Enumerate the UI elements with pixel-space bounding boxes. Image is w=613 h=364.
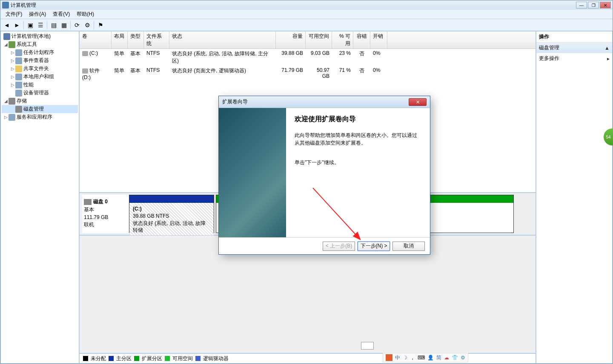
action-diskmgmt[interactable]: 磁盘管理▲: [536, 43, 612, 53]
swatch-primary: [109, 356, 114, 361]
col-free[interactable]: 可用空间: [306, 31, 332, 48]
up-button[interactable]: ▣: [26, 20, 35, 30]
menu-view[interactable]: 查看(V): [49, 10, 73, 19]
titlebar[interactable]: 计算机管理 — ❐ ✕: [0, 0, 613, 10]
tree-root[interactable]: 计算机管理(本地): [2, 32, 78, 40]
col-layout[interactable]: 布局: [112, 31, 128, 48]
properties-button[interactable]: ☰: [36, 20, 45, 30]
storage-icon: [9, 98, 15, 105]
actions-panel: 操作 磁盘管理▲ 更多操作▸: [536, 31, 613, 364]
tree-root-label: 计算机管理(本地): [11, 33, 51, 40]
badge-count: 54: [606, 135, 610, 139]
disk-type: 基本: [84, 206, 127, 213]
wizard-banner: [219, 108, 286, 237]
col-type[interactable]: 类型: [128, 31, 144, 48]
menu-file[interactable]: 文件(F): [2, 10, 26, 19]
user-icon[interactable]: 👤: [427, 355, 434, 361]
menu-action[interactable]: 操作(A): [26, 10, 49, 19]
perf-icon: [15, 82, 22, 88]
computer-icon: [3, 33, 10, 40]
tree-services[interactable]: ▷服务和应用程序: [2, 113, 78, 121]
tree-task[interactable]: ▷任务计划程序: [2, 48, 78, 57]
swatch-free: [165, 356, 170, 361]
table-header: 卷 布局 类型 文件系统 状态 容量 可用空间 % 可用 容错 开销: [80, 31, 536, 49]
col-status[interactable]: 状态: [169, 31, 276, 48]
modal-title: 扩展卷向导: [222, 98, 248, 105]
legend-ext: 扩展分区: [142, 355, 162, 362]
tree-label: 系统工具: [17, 41, 37, 48]
list-button[interactable]: ▦: [59, 20, 69, 30]
tree-event[interactable]: ▷事件查看器: [2, 57, 78, 65]
modal-titlebar[interactable]: 扩展卷向导 ✕: [219, 96, 430, 108]
cloud-icon[interactable]: ☁: [444, 355, 449, 361]
ime-soft[interactable]: 简: [436, 354, 441, 361]
tree-label: 磁盘管理: [23, 105, 44, 113]
tree-label: 共享文件夹: [23, 65, 49, 72]
ime-punct[interactable]: ，: [410, 354, 415, 361]
maximize-button[interactable]: ❐: [588, 2, 599, 9]
tree-devmgr[interactable]: 设备管理器: [2, 89, 78, 97]
legend-unalloc: 未分配: [91, 355, 106, 362]
minimize-button[interactable]: —: [576, 2, 587, 9]
col-fs[interactable]: 文件系统: [144, 31, 169, 48]
action-button[interactable]: ⚑: [96, 20, 105, 30]
event-icon: [15, 57, 22, 64]
forward-button[interactable]: ►: [12, 20, 22, 30]
disk-name: 磁盘 0: [93, 199, 108, 205]
tree-users[interactable]: ▷本地用户和组: [2, 73, 78, 81]
help-button[interactable]: ⟳: [72, 20, 82, 30]
wizard-heading: 欢迎使用扩展卷向导: [295, 115, 421, 124]
empty-box: [361, 342, 374, 350]
tree-systools[interactable]: ◢系统工具: [2, 40, 78, 48]
back-button[interactable]: ◄: [2, 20, 11, 30]
settings-button[interactable]: ⚙: [83, 20, 92, 30]
col-capacity[interactable]: 容量: [276, 31, 306, 48]
table-row[interactable]: (C:)简单基本NTFS状态良好 (系统, 启动, 活动, 故障转储, 主分区)…: [80, 49, 536, 66]
ime-lang[interactable]: 中: [395, 354, 400, 361]
shirt-icon[interactable]: 👕: [452, 355, 458, 361]
actions-header: 操作: [536, 31, 612, 43]
tree-perf[interactable]: ▷性能: [2, 81, 78, 89]
disk-partition[interactable]: (C:)39.88 GB NTFS状态良好 (系统, 启动, 活动, 故障转储: [129, 195, 214, 233]
moon-icon[interactable]: ☽: [403, 355, 407, 361]
app-icon: [2, 2, 9, 9]
gear-icon[interactable]: ⚙: [461, 355, 465, 361]
cancel-button[interactable]: 取消: [392, 242, 425, 251]
col-overhead[interactable]: 开销: [370, 31, 387, 48]
tree-label: 存储: [17, 97, 27, 105]
legend-free: 可用空间: [172, 355, 193, 362]
col-volume[interactable]: 卷: [80, 31, 112, 48]
legend-logical: 逻辑驱动器: [203, 355, 229, 362]
disk-state: 联机: [84, 221, 127, 228]
wizard-description: 此向导帮助您增加简单卷和跨区卷的大小。您可以通过从其他磁盘添加空间来扩展卷。: [295, 131, 421, 147]
swatch-ext: [134, 356, 139, 361]
col-fault[interactable]: 容错: [353, 31, 370, 48]
tree-storage[interactable]: ◢存储: [2, 97, 78, 105]
disk-size: 111.79 GB: [84, 214, 127, 220]
collapse-icon: ▲: [604, 45, 610, 51]
tools-icon: [9, 41, 15, 48]
chevron-right-icon: ▸: [607, 56, 610, 62]
table-row[interactable]: 软件 (D:)简单基本NTFS状态良好 (页面文件, 逻辑驱动器)71.79 G…: [80, 66, 536, 82]
legend-primary: 主分区: [116, 355, 132, 362]
next-button[interactable]: 下一步(N) >: [358, 242, 390, 251]
col-pctfree[interactable]: % 可用: [332, 31, 353, 48]
modal-close-button[interactable]: ✕: [409, 98, 427, 106]
action-more[interactable]: 更多操作▸: [536, 53, 612, 64]
tree-label: 性能: [23, 81, 34, 88]
disk-label[interactable]: 磁盘 0 基本 111.79 GB 联机: [82, 195, 129, 233]
tree-share[interactable]: ▷共享文件夹: [2, 65, 78, 73]
folder-icon: [15, 65, 22, 72]
swatch-unalloc: [83, 356, 88, 361]
close-button[interactable]: ✕: [600, 2, 611, 9]
action-label: 更多操作: [539, 55, 559, 62]
ime-icon[interactable]: [386, 354, 392, 361]
window-title: 计算机管理: [11, 2, 36, 9]
ime-bar[interactable]: 中 ☽ ， ⌨ 👤 简 ☁ 👕 ⚙: [383, 353, 468, 362]
refresh-button[interactable]: ▤: [49, 20, 58, 30]
extend-volume-wizard: 扩展卷向导 ✕ 欢迎使用扩展卷向导 此向导帮助您增加简单卷和跨区卷的大小。您可以…: [218, 96, 430, 255]
keyboard-icon[interactable]: ⌨: [418, 355, 425, 361]
menu-help[interactable]: 帮助(H): [73, 10, 97, 19]
action-label: 磁盘管理: [539, 44, 559, 51]
tree-diskmgmt[interactable]: 磁盘管理: [2, 105, 78, 113]
